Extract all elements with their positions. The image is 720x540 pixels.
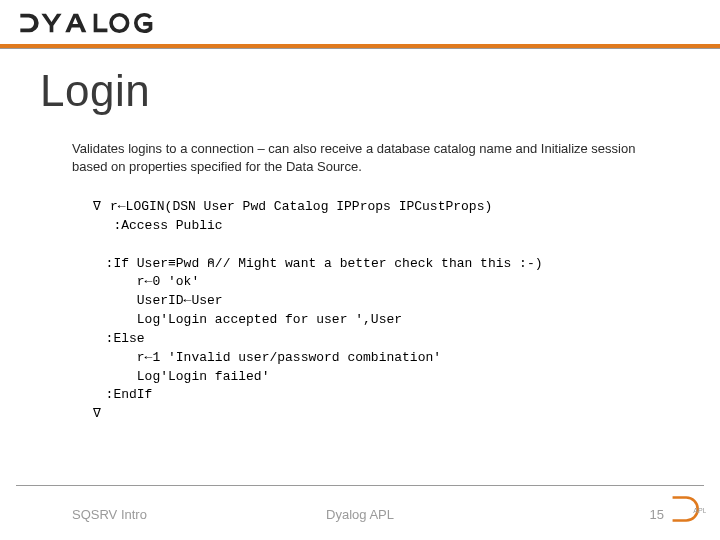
code-endif: :EndIf <box>106 387 153 402</box>
code-log-ok: Log'Login accepted for user ',User <box>137 312 402 327</box>
nabla-close-icon: ∇ <box>90 405 104 424</box>
slide-description: Validates logins to a connection – can a… <box>72 140 660 175</box>
footer-center: Dyalog APL <box>0 507 720 522</box>
apl-mark-icon: APL <box>670 494 706 528</box>
brand-wordmark <box>16 12 720 34</box>
brand-bar <box>16 12 720 34</box>
footer-rule <box>16 485 704 486</box>
code-access: :Access Public <box>113 218 222 233</box>
footer: SQSRV Intro Dyalog APL 15 <box>0 494 720 522</box>
slide-title: Login <box>40 66 150 116</box>
code-else: :Else <box>106 331 145 346</box>
code-header: r←LOGIN(DSN User Pwd Catalog IPProps IPC… <box>110 199 492 214</box>
code-log-fail: Log'Login failed' <box>137 369 270 384</box>
dyalog-logo-icon <box>16 12 186 34</box>
code-block: ∇r←LOGIN(DSN User Pwd Catalog IPProps IP… <box>90 198 680 424</box>
brand-thin-rule <box>0 48 720 49</box>
code-ok: r←0 'ok' <box>137 274 199 289</box>
code-if: :If User≡Pwd ⍝// Might want a better che… <box>106 256 543 271</box>
code-fail: r←1 'Invalid user/password combination' <box>137 350 441 365</box>
svg-text:APL: APL <box>693 507 706 514</box>
footer-page-number: 15 <box>650 507 664 522</box>
slide: Login Validates logins to a connection –… <box>0 0 720 540</box>
nabla-open-icon: ∇ <box>90 198 104 217</box>
code-userid: UserID←User <box>137 293 223 308</box>
